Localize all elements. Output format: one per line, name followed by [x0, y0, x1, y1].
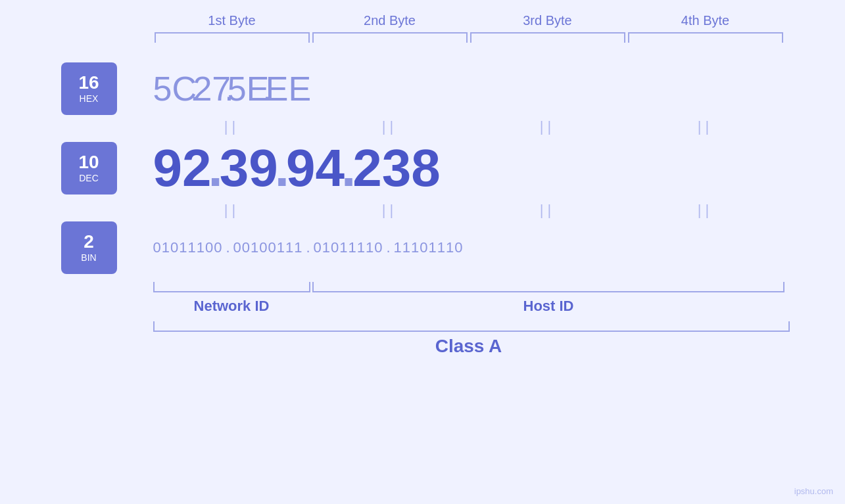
byte-headers: 1st Byte 2nd Byte 3rd Byte 4th Byte: [153, 13, 785, 32]
hex-badge: 16 HEX: [61, 62, 117, 115]
equals-2: ||: [311, 118, 469, 135]
equals-7: ||: [469, 202, 627, 219]
host-id-label: Host ID: [313, 298, 785, 315]
main-container: 1st Byte 2nd Byte 3rd Byte 4th Byte 16 H…: [61, 13, 785, 357]
equals-4: ||: [627, 118, 785, 135]
equals-row-2: || || || ||: [153, 198, 785, 221]
byte-header-3: 3rd Byte: [469, 13, 627, 32]
equals-8: ||: [627, 202, 785, 219]
class-label: Class A: [153, 336, 785, 357]
bin-base-label: BIN: [81, 252, 96, 263]
class-section: Class A: [153, 321, 785, 357]
equals-6: ||: [311, 202, 469, 219]
top-brackets: [153, 32, 785, 43]
dec-badge: 10 DEC: [61, 142, 117, 195]
bin-dot-2: .: [306, 239, 310, 256]
bin-byte-4: 11101110: [394, 239, 464, 256]
hex-byte-4: EE: [266, 69, 311, 108]
equals-3: ||: [469, 118, 627, 135]
bin-byte-1: 01011100: [153, 239, 223, 256]
hex-base-number: 16: [78, 74, 99, 92]
hex-values: 5C . 27 . 5E . EE: [153, 69, 785, 108]
id-labels: Network ID Host ID: [153, 298, 785, 315]
dec-byte-2: 39: [220, 138, 278, 198]
watermark: ipshu.com: [794, 486, 833, 496]
byte-header-1: 1st Byte: [153, 13, 311, 32]
bin-badge: 2 BIN: [61, 221, 117, 274]
equals-5: ||: [153, 202, 311, 219]
dec-base-number: 10: [78, 153, 99, 172]
bin-byte-3: 01011110: [314, 239, 383, 256]
network-id-label: Network ID: [153, 298, 310, 315]
dec-values: 92 . 39 . 94 . 238: [153, 138, 785, 198]
network-bracket: [153, 282, 310, 292]
equals-row-1: || || || ||: [153, 115, 785, 138]
host-bracket: [312, 282, 784, 292]
dec-byte-1: 92: [153, 138, 212, 198]
class-bracket: [153, 321, 790, 332]
hex-row: 16 HEX 5C . 27 . 5E . EE: [61, 62, 785, 115]
bottom-brackets: [153, 282, 785, 292]
bin-byte-2: 00100111: [233, 239, 303, 256]
bin-row: 2 BIN 01011100 . 00100111 . 01011110 . 1…: [61, 221, 785, 274]
byte-header-2: 2nd Byte: [311, 13, 469, 32]
dec-row: 10 DEC 92 . 39 . 94 . 238: [61, 138, 785, 198]
byte-header-4: 4th Byte: [627, 13, 785, 32]
bracket-4: [628, 32, 783, 43]
dec-base-label: DEC: [79, 173, 99, 183]
bracket-2: [312, 32, 468, 43]
bin-base-number: 2: [84, 233, 94, 251]
bracket-1: [155, 32, 310, 43]
dec-byte-4: 238: [352, 138, 440, 198]
bin-values: 01011100 . 00100111 . 01011110 . 1110111…: [153, 239, 785, 256]
bin-dot-1: .: [226, 239, 229, 256]
hex-base-label: HEX: [80, 93, 99, 104]
dec-byte-3: 94: [286, 138, 345, 198]
bracket-3: [470, 32, 625, 43]
equals-1: ||: [153, 118, 311, 135]
bin-dot-3: .: [386, 239, 390, 256]
